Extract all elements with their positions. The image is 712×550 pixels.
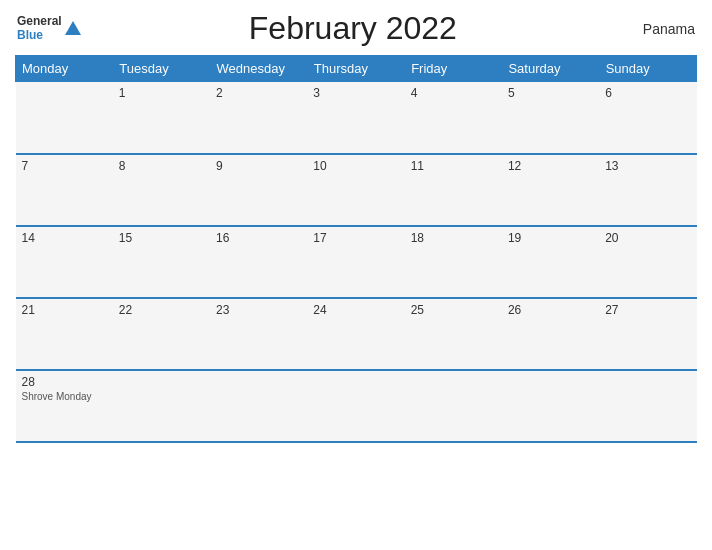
weekday-header-saturday: Saturday (502, 56, 599, 82)
calendar-cell: 12 (502, 154, 599, 226)
calendar-cell: 18 (405, 226, 502, 298)
calendar-cell (16, 82, 113, 154)
calendar-cell: 7 (16, 154, 113, 226)
calendar-cell: 16 (210, 226, 307, 298)
day-number: 20 (605, 231, 690, 245)
day-number: 5 (508, 86, 593, 100)
calendar-cell (210, 370, 307, 442)
day-number: 13 (605, 159, 690, 173)
calendar-cell (405, 370, 502, 442)
day-number: 15 (119, 231, 204, 245)
day-number: 2 (216, 86, 301, 100)
calendar-cell: 3 (307, 82, 404, 154)
day-number: 25 (411, 303, 496, 317)
calendar-cell: 10 (307, 154, 404, 226)
weekday-header-tuesday: Tuesday (113, 56, 210, 82)
day-number: 3 (313, 86, 398, 100)
logo: General Blue (17, 15, 81, 41)
calendar-cell: 22 (113, 298, 210, 370)
calendar-cell: 25 (405, 298, 502, 370)
weekday-header-sunday: Sunday (599, 56, 696, 82)
calendar-container: General Blue February 2022 Panama Monday… (0, 0, 712, 550)
day-number: 17 (313, 231, 398, 245)
calendar-header: General Blue February 2022 Panama (15, 10, 697, 47)
calendar-cell: 20 (599, 226, 696, 298)
calendar-cell: 15 (113, 226, 210, 298)
day-number: 1 (119, 86, 204, 100)
day-number: 7 (22, 159, 107, 173)
week-row-1: 123456 (16, 82, 697, 154)
day-number: 28 (22, 375, 107, 389)
weekday-header-wednesday: Wednesday (210, 56, 307, 82)
weekday-header-monday: Monday (16, 56, 113, 82)
calendar-cell: 23 (210, 298, 307, 370)
day-number: 16 (216, 231, 301, 245)
calendar-cell: 27 (599, 298, 696, 370)
day-number: 4 (411, 86, 496, 100)
calendar-cell: 13 (599, 154, 696, 226)
logo-triangle-icon (65, 21, 81, 35)
calendar-cell: 2 (210, 82, 307, 154)
calendar-cell: 14 (16, 226, 113, 298)
weekday-header-row: MondayTuesdayWednesdayThursdayFridaySatu… (16, 56, 697, 82)
calendar-cell: 11 (405, 154, 502, 226)
calendar-cell: 5 (502, 82, 599, 154)
day-number: 6 (605, 86, 690, 100)
day-number: 27 (605, 303, 690, 317)
calendar-grid: MondayTuesdayWednesdayThursdayFridaySatu… (15, 55, 697, 443)
calendar-cell (599, 370, 696, 442)
calendar-cell (113, 370, 210, 442)
calendar-cell: 26 (502, 298, 599, 370)
month-title: February 2022 (81, 10, 625, 47)
week-row-2: 78910111213 (16, 154, 697, 226)
calendar-cell: 17 (307, 226, 404, 298)
weekday-header-friday: Friday (405, 56, 502, 82)
calendar-cell: 6 (599, 82, 696, 154)
calendar-cell: 21 (16, 298, 113, 370)
day-number: 22 (119, 303, 204, 317)
weekday-header-thursday: Thursday (307, 56, 404, 82)
day-number: 21 (22, 303, 107, 317)
day-number: 9 (216, 159, 301, 173)
day-number: 18 (411, 231, 496, 245)
day-number: 26 (508, 303, 593, 317)
day-number: 10 (313, 159, 398, 173)
calendar-cell (307, 370, 404, 442)
week-row-4: 21222324252627 (16, 298, 697, 370)
day-number: 23 (216, 303, 301, 317)
day-number: 12 (508, 159, 593, 173)
day-number: 11 (411, 159, 496, 173)
day-number: 8 (119, 159, 204, 173)
week-row-5: 28Shrove Monday (16, 370, 697, 442)
calendar-cell: 19 (502, 226, 599, 298)
calendar-cell: 9 (210, 154, 307, 226)
country-label: Panama (625, 21, 695, 37)
calendar-cell: 28Shrove Monday (16, 370, 113, 442)
day-event: Shrove Monday (22, 391, 92, 402)
calendar-cell: 4 (405, 82, 502, 154)
day-number: 19 (508, 231, 593, 245)
day-number: 24 (313, 303, 398, 317)
logo-blue-text: Blue (17, 29, 62, 42)
calendar-cell (502, 370, 599, 442)
calendar-cell: 1 (113, 82, 210, 154)
calendar-cell: 8 (113, 154, 210, 226)
logo-general-text: General (17, 15, 62, 28)
day-number: 14 (22, 231, 107, 245)
week-row-3: 14151617181920 (16, 226, 697, 298)
calendar-cell: 24 (307, 298, 404, 370)
